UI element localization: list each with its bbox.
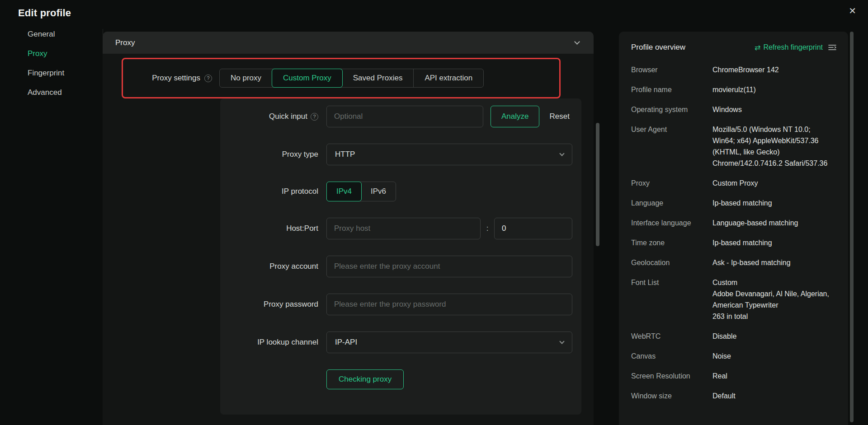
sidebar-item-advanced[interactable]: Advanced bbox=[0, 83, 103, 102]
host-port-separator: : bbox=[481, 224, 494, 233]
reset-button[interactable]: Reset bbox=[549, 112, 569, 121]
tab-custom-proxy[interactable]: Custom Proxy bbox=[272, 69, 343, 88]
help-icon[interactable]: ? bbox=[311, 113, 318, 121]
close-icon[interactable]: ✕ bbox=[849, 6, 856, 15]
overview-row-operating-system: Operating system Windows bbox=[631, 104, 836, 115]
sidebar-item-fingerprint[interactable]: Fingerprint bbox=[0, 63, 103, 83]
tab-no-proxy[interactable]: No proxy bbox=[220, 69, 272, 87]
proxy-account-row: Proxy account bbox=[220, 256, 581, 277]
host-port-row: Host:Port : bbox=[220, 218, 581, 239]
overview-row-proxy: Proxy Custom Proxy bbox=[631, 177, 836, 189]
refresh-fingerprint-button[interactable]: ⇄ Refresh fingerprint bbox=[755, 43, 823, 52]
proxy-type-row: Proxy type HTTP bbox=[220, 144, 581, 165]
overview-row-font-list: Font List Custom Adobe Devanagari, Al Ni… bbox=[631, 277, 836, 322]
page-title: Edit profile bbox=[18, 7, 71, 19]
proxy-type-value: HTTP bbox=[335, 150, 355, 159]
overview-scrollbar[interactable] bbox=[850, 32, 854, 422]
proxy-type-select[interactable]: HTTP bbox=[326, 144, 572, 165]
proxy-form: Quick input ? Analyze Reset Proxy type H… bbox=[220, 98, 581, 415]
overview-row-geolocation: Geolocation Ask - Ip-based matching bbox=[631, 257, 836, 268]
proxy-mode-tabs: No proxy Custom Proxy Saved Proxies API … bbox=[219, 69, 484, 88]
ip-protocol-row: IP protocol IPv4 IPv6 bbox=[220, 182, 581, 201]
proxy-account-field[interactable] bbox=[326, 256, 572, 277]
overview-row-webrtc: WebRTC Disable bbox=[631, 331, 836, 342]
overview-title: Profile overview bbox=[631, 43, 685, 52]
chevron-down-icon bbox=[574, 39, 580, 45]
proxy-account-label: Proxy account bbox=[269, 262, 318, 271]
proxy-settings-label-wrap: Proxy settings ? bbox=[103, 74, 212, 83]
edit-profile-dialog: Edit profile ✕ General Proxy Fingerprint… bbox=[0, 0, 868, 425]
checking-proxy-button[interactable]: Checking proxy bbox=[326, 369, 404, 389]
overview-row-interface-language: Interface language Language-based matchi… bbox=[631, 217, 836, 229]
proxy-settings-label: Proxy settings bbox=[152, 74, 200, 83]
overview-row-time-zone: Time zone Ip-based matching bbox=[631, 237, 836, 248]
overview-row-canvas: Canvas Noise bbox=[631, 350, 836, 362]
ip-protocol-tabs: IPv4 IPv6 bbox=[326, 182, 396, 201]
proxy-card-title: Proxy bbox=[115, 38, 135, 47]
profile-overview-panel: Profile overview ⇄ Refresh fingerprint B… bbox=[619, 32, 848, 425]
tab-api-extraction[interactable]: API extraction bbox=[413, 69, 483, 87]
form-scrollbar[interactable] bbox=[596, 123, 599, 246]
overview-header: Profile overview ⇄ Refresh fingerprint bbox=[631, 42, 836, 53]
proxy-type-label: Proxy type bbox=[282, 150, 318, 159]
proxy-host-field[interactable] bbox=[326, 218, 481, 239]
sidebar-item-general[interactable]: General bbox=[0, 24, 103, 44]
quick-input-field[interactable] bbox=[326, 106, 483, 127]
host-port-label: Host:Port bbox=[286, 224, 318, 233]
sidebar-item-proxy[interactable]: Proxy bbox=[0, 44, 103, 63]
overview-row-language: Language Ip-based matching bbox=[631, 197, 836, 209]
overview-row-screen-resolution: Screen Resolution Real bbox=[631, 370, 836, 382]
proxy-password-label: Proxy password bbox=[264, 300, 318, 309]
proxy-card: Proxy Proxy settings ? No proxy Custom P… bbox=[103, 32, 594, 425]
refresh-fingerprint-label: Refresh fingerprint bbox=[763, 43, 823, 51]
tab-ipv6[interactable]: IPv6 bbox=[361, 182, 396, 201]
chevron-down-icon bbox=[559, 339, 564, 344]
proxy-password-field[interactable] bbox=[326, 294, 572, 315]
tab-saved-proxies[interactable]: Saved Proxies bbox=[342, 69, 414, 87]
overview-row-window-size: Window size Default bbox=[631, 390, 836, 402]
proxy-settings-row: Proxy settings ? No proxy Custom Proxy S… bbox=[103, 69, 484, 88]
analyze-button[interactable]: Analyze bbox=[491, 106, 539, 127]
overview-row-browser: Browser ChromeBrowser 142 bbox=[631, 64, 836, 75]
check-proxy-row: Checking proxy bbox=[220, 369, 581, 389]
chevron-down-icon bbox=[559, 151, 564, 156]
refresh-icon: ⇄ bbox=[755, 43, 760, 52]
overview-row-profile-name: Profile name movierulz(11) bbox=[631, 84, 836, 95]
quick-input-row: Quick input ? Analyze Reset bbox=[220, 106, 581, 127]
proxy-password-row: Proxy password bbox=[220, 294, 581, 315]
ip-lookup-select[interactable]: IP-API bbox=[326, 332, 572, 353]
proxy-port-field[interactable] bbox=[494, 218, 572, 239]
ip-lookup-row: IP lookup channel IP-API bbox=[220, 332, 581, 353]
fingerprint-options-icon[interactable] bbox=[828, 44, 836, 51]
tab-ipv4[interactable]: IPv4 bbox=[326, 182, 362, 201]
ip-lookup-label: IP lookup channel bbox=[257, 338, 318, 347]
proxy-card-header[interactable]: Proxy bbox=[103, 32, 594, 54]
help-icon[interactable]: ? bbox=[204, 75, 212, 82]
sidebar: General Proxy Fingerprint Advanced bbox=[0, 24, 103, 102]
ip-lookup-value: IP-API bbox=[335, 338, 357, 347]
quick-input-label: Quick input bbox=[269, 112, 307, 121]
ip-protocol-label: IP protocol bbox=[282, 187, 318, 196]
overview-row-user-agent: User Agent Mozilla/5.0 (Windows NT 10.0;… bbox=[631, 124, 836, 169]
